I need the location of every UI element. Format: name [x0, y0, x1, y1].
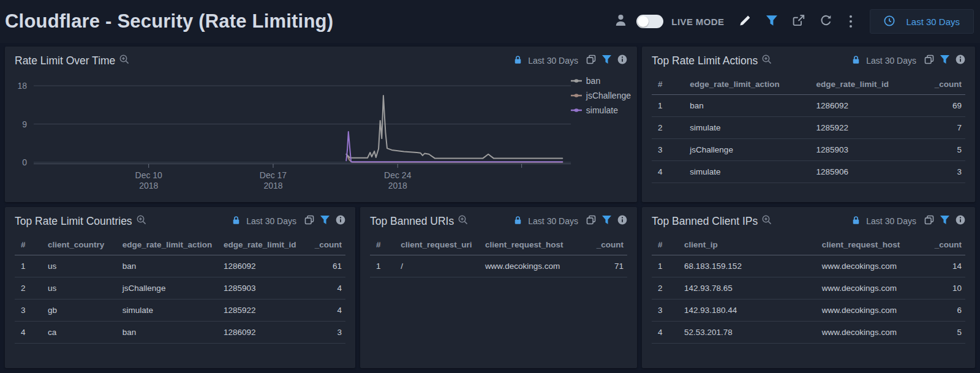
legend-label: simulate: [586, 105, 618, 115]
filter-icon[interactable]: [320, 216, 330, 227]
column-header-edge-rate-limit-id[interactable]: edge_rate_limit_id: [812, 73, 919, 95]
table-cell: 2: [15, 277, 44, 300]
info-icon[interactable]: [336, 215, 345, 227]
column-header-edge-rate-limit-action[interactable]: edge_rate_limit_action: [119, 234, 220, 255]
table-cell: gb: [44, 300, 119, 322]
table-cell: simulate: [686, 161, 812, 183]
time-range-label: Last 30 Days: [906, 17, 960, 27]
table-row: 3142.93.180.44www.decokings.com6: [652, 300, 965, 322]
panel-top-banned-uris: Top Banned URIs Last 30 Days #client_req…: [360, 207, 637, 368]
legend-marker: [571, 78, 582, 83]
table-cell: 10: [919, 277, 965, 300]
column-header-count[interactable]: _count: [919, 234, 965, 255]
column-header-client-ip[interactable]: client_ip: [680, 234, 818, 255]
column-header-[interactable]: #: [15, 234, 44, 255]
table-cell: 3: [919, 161, 965, 183]
user-icon[interactable]: [616, 15, 626, 28]
zoom-in-icon[interactable]: [137, 215, 146, 227]
table-cell: 1285922: [812, 117, 919, 139]
table-cell: 69: [919, 95, 965, 117]
column-header-client-request-host[interactable]: client_request_host: [818, 234, 919, 255]
y-tick-label: 9: [22, 119, 27, 129]
table-cell: 3: [652, 139, 686, 161]
copy-icon[interactable]: [924, 215, 934, 227]
table-cell: 1286092: [220, 322, 303, 344]
table-cell: 4: [15, 322, 44, 344]
uris-table: #client_request_uriclient_request_host_c…: [370, 234, 627, 277]
filter-icon[interactable]: [766, 15, 777, 28]
edit-icon[interactable]: [739, 15, 751, 29]
table-cell: 3: [652, 300, 680, 322]
copy-icon[interactable]: [586, 55, 596, 67]
panel-time-range: Last 30 Days: [246, 216, 296, 226]
legend-item-simulate[interactable]: simulate: [571, 105, 631, 116]
table-cell: /: [397, 255, 481, 277]
legend-marker: [571, 93, 582, 98]
column-header-count[interactable]: _count: [584, 234, 627, 255]
filter-icon[interactable]: [940, 55, 949, 66]
toggle-knob: [638, 16, 649, 27]
panel-title: Top Banned Client IPs: [652, 215, 758, 228]
rate-limit-chart: 0918Dec 102018Dec 172018Dec 242018: [5, 72, 637, 202]
table-cell: 6: [919, 300, 965, 322]
dashboard-header: Cloudflare - Security (Rate Limiting) LI…: [0, 0, 980, 43]
y-tick-label: 18: [17, 81, 27, 91]
info-icon[interactable]: [956, 55, 965, 67]
column-header-client-request-uri[interactable]: client_request_uri: [397, 234, 481, 255]
table-cell: jsChallenge: [686, 139, 812, 161]
time-range-button[interactable]: Last 30 Days: [870, 9, 974, 34]
table-cell: 4: [303, 300, 345, 322]
panel-time-range: Last 30 Days: [528, 56, 578, 66]
table-cell: 5: [919, 322, 965, 344]
table-row: 4caban12860923: [15, 322, 345, 344]
filter-icon[interactable]: [602, 55, 611, 66]
lock-icon: [852, 55, 860, 67]
filter-icon[interactable]: [940, 216, 949, 227]
legend-label: jsChallenge: [586, 91, 631, 100]
info-icon[interactable]: [617, 215, 627, 227]
zoom-in-icon[interactable]: [119, 55, 129, 67]
column-header-[interactable]: #: [370, 234, 397, 255]
table-cell: 2: [652, 117, 686, 139]
refresh-icon[interactable]: [820, 15, 832, 29]
live-mode-label: LIVE MODE: [671, 17, 724, 27]
chart-legend: banjsChallengesimulate: [571, 75, 631, 116]
table-cell: 4: [652, 322, 680, 344]
panel-title: Top Banned URIs: [370, 215, 454, 228]
zoom-in-icon[interactable]: [458, 215, 468, 227]
filter-icon[interactable]: [602, 216, 611, 227]
table-cell: 3: [15, 300, 44, 322]
table-cell: 1286092: [812, 95, 919, 117]
panel-title: Top Rate Limit Countries: [15, 215, 132, 228]
table-row: 452.53.201.78www.decokings.com5: [652, 322, 965, 344]
copy-icon[interactable]: [586, 215, 596, 227]
column-header-[interactable]: #: [652, 234, 680, 255]
column-header-[interactable]: #: [652, 73, 686, 95]
table-cell: 3: [303, 322, 345, 344]
info-icon[interactable]: [956, 215, 965, 227]
column-header-count[interactable]: _count: [919, 73, 965, 95]
table-row: 1/www.decokings.com71: [370, 255, 627, 277]
table-cell: 1: [652, 255, 680, 277]
column-header-client-country[interactable]: client_country: [44, 234, 119, 255]
share-icon[interactable]: [793, 15, 805, 29]
column-header-edge-rate-limit-id[interactable]: edge_rate_limit_id: [220, 234, 303, 255]
more-menu-icon[interactable]: [847, 14, 854, 29]
legend-item-jsChallenge[interactable]: jsChallenge: [571, 90, 631, 101]
column-header-client-request-host[interactable]: client_request_host: [481, 234, 584, 255]
zoom-in-icon[interactable]: [762, 215, 772, 227]
copy-icon[interactable]: [304, 215, 314, 227]
info-icon[interactable]: [617, 55, 627, 67]
x-tick-label: Dec 10: [135, 170, 163, 180]
copy-icon[interactable]: [924, 55, 934, 67]
live-mode-toggle[interactable]: [636, 15, 663, 28]
column-header-count[interactable]: _count: [303, 234, 345, 255]
legend-item-ban[interactable]: ban: [571, 75, 631, 86]
column-header-edge-rate-limit-action[interactable]: edge_rate_limit_action: [686, 73, 812, 95]
table-row: 2simulate12859227: [652, 117, 965, 139]
table-row: 168.183.159.152www.decokings.com14: [652, 255, 965, 277]
table-cell: 1285903: [812, 139, 919, 161]
zoom-in-icon[interactable]: [762, 55, 772, 67]
panel-title: Top Rate Limit Actions: [652, 55, 758, 67]
table-cell: www.decokings.com: [481, 255, 584, 277]
